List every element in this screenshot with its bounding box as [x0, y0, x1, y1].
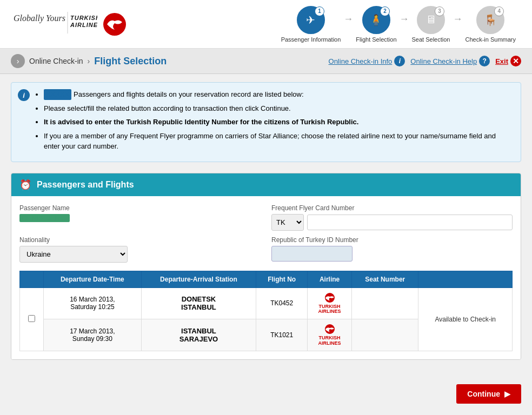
info-text-4: If you are a member of any Frequent Flye… — [44, 132, 496, 151]
exit-link[interactable]: Exit ✕ — [495, 56, 521, 66]
ff-card-input[interactable] — [307, 215, 513, 230]
step-3-label: Seat Selection — [412, 36, 450, 43]
svg-text:AIRLINES: AIRLINES — [70, 22, 97, 28]
col-seat: Seat Number — [351, 271, 418, 287]
nationality-select[interactable]: Ukraine Turkey Germany Russia USA — [19, 246, 128, 263]
passenger-name-col: Passenger Name DENIS DENI... — [19, 204, 261, 231]
flight-1-stations: DONETSK ISTANBUL — [141, 287, 256, 319]
main-content: i XXXXX Passengers and flights details o… — [0, 74, 532, 379]
nationality-label: Nationality — [19, 236, 261, 244]
header: Globally Yours TURKISH AIRLINES ✈ 1 Pass… — [0, 0, 532, 49]
step-connector-2: → — [397, 14, 412, 25]
ta-text-1: TURKISHAIRLINES — [318, 304, 341, 315]
flight-2-date: 17 March 2013, Sunday 09:30 — [44, 319, 141, 351]
exit-icon: ✕ — [510, 56, 521, 66]
republic-id-input[interactable] — [271, 246, 353, 262]
passenger-name-value: DENIS DENI... — [19, 214, 70, 222]
col-flight-no: Flight No — [256, 271, 308, 287]
col-airline: Airline — [308, 271, 352, 287]
nav-links: Online Check-in Info i Online Check-in H… — [329, 56, 521, 66]
step-2-number: 2 — [380, 6, 390, 16]
flight-2-airline: TURKISHAIRLINES — [308, 319, 352, 351]
pf-header-title: Passengers and Flights — [37, 180, 134, 190]
info-item-3: It is advised to enter the Turkish Repub… — [44, 117, 513, 128]
info-icon: i — [394, 56, 405, 66]
logo-area: Globally Yours TURKISH AIRLINES — [11, 9, 127, 39]
step-2-label: Flight Selection — [356, 36, 396, 43]
help-icon: ? — [479, 56, 490, 66]
info-text-2: Please select/fill the related button ac… — [44, 104, 291, 112]
info-list: XXXXX Passengers and flights details on … — [36, 89, 513, 152]
info-item-2: Please select/fill the related button ac… — [44, 103, 513, 114]
flight-1-seat — [351, 287, 418, 319]
info-box: i XXXXX Passengers and flights details o… — [11, 82, 521, 162]
step-connector-1: → — [341, 14, 356, 25]
breadcrumb-base[interactable]: Online Check-in — [29, 57, 83, 65]
ff-card-label: Frequent Flyer Card Number — [271, 204, 513, 212]
footer-bar: Continue ▶ — [0, 379, 532, 414]
svg-text:Globally Yours: Globally Yours — [14, 14, 65, 23]
table-header-row: Departure Date-Time Departure-Arrival St… — [20, 271, 513, 287]
online-checkin-info-link[interactable]: Online Check-in Info i — [329, 56, 405, 66]
continue-button[interactable]: Continue ▶ — [456, 384, 521, 404]
breadcrumb: › Online Check-in › Flight Selection — [11, 54, 167, 68]
pf-header: ⏰ Passengers and Flights — [11, 173, 521, 196]
passenger-name-label: Passenger Name — [19, 204, 261, 212]
breadcrumb-current: Flight Selection — [94, 56, 167, 67]
arrow-3: → — [453, 14, 462, 25]
available-to-checkin: Available to Check-in — [435, 316, 496, 323]
ta-bird-logo-2 — [319, 324, 341, 334]
col-departure-date: Departure Date-Time — [44, 271, 141, 287]
info-box-icon: i — [18, 89, 30, 101]
ff-airline-select[interactable]: TK LH UA OS SQ — [271, 214, 304, 231]
nationality-col: Nationality Ukraine Turkey Germany Russi… — [19, 236, 261, 263]
ta-bird-logo-1 — [319, 292, 341, 303]
progress-bar: ✈ 1 Passenger Information → 🧍 2 Flight S… — [281, 6, 521, 43]
arrow-1: → — [343, 14, 353, 25]
form-row-1: Passenger Name DENIS DENI... Frequent Fl… — [19, 204, 513, 231]
passengers-flights-section: ⏰ Passengers and Flights Passenger Name … — [11, 173, 521, 360]
flight-checkbox[interactable] — [28, 315, 35, 322]
info-text-3: It is advised to enter the Turkish Repub… — [44, 118, 358, 126]
col-checkbox — [20, 271, 44, 287]
ta-bird-logo — [103, 12, 127, 36]
step-3-number: 3 — [435, 6, 444, 16]
flight-2-airline-logo: TURKISHAIRLINES — [313, 324, 346, 346]
ff-card-col: Frequent Flyer Card Number TK LH UA OS S… — [271, 204, 513, 231]
flight-2-stations: ISTANBUL SARAJEVO — [141, 319, 256, 351]
step-3-icon: 🖥 — [425, 14, 436, 26]
flight-2-seat — [351, 319, 418, 351]
info-text-1: Passengers and flights details on your r… — [74, 90, 304, 98]
breadcrumb-icon: › — [11, 54, 25, 68]
arrow-2: → — [400, 14, 409, 25]
step-3: 🖥 3 Seat Selection — [412, 6, 450, 43]
top-nav: › Online Check-in › Flight Selection Onl… — [0, 49, 532, 74]
step-connector-3: → — [450, 14, 465, 25]
flight-checkbox-cell[interactable] — [20, 287, 44, 351]
info-item-4: If you are a member of any Frequent Flye… — [44, 131, 513, 152]
exit-label: Exit — [495, 57, 508, 65]
step-4: 🪑 4 Check-in Summary — [465, 6, 516, 43]
step-2-icon: 🧍 — [369, 14, 383, 26]
table-row: 16 March 2013, Saturday 10:25 DONETSK IS… — [20, 287, 513, 319]
flights-tbody: 16 March 2013, Saturday 10:25 DONETSK IS… — [20, 287, 513, 351]
republic-id-col: Republic of Turkey ID Number — [271, 236, 513, 263]
flight-2-no: TK1021 — [256, 319, 308, 351]
republic-id-label: Republic of Turkey ID Number — [271, 236, 513, 244]
continue-arrow-icon: ▶ — [504, 390, 510, 398]
flight-1-airline: TURKISHAIRLINES — [308, 287, 352, 319]
step-1-number: 1 — [315, 6, 324, 16]
online-checkin-help-link[interactable]: Online Check-in Help ? — [410, 56, 490, 66]
step-4-number: 4 — [494, 6, 504, 16]
step-4-icon: 🪑 — [484, 14, 497, 26]
flights-table: Departure Date-Time Departure-Arrival St… — [19, 271, 513, 352]
ta-text-2: TURKISHAIRLINES — [318, 336, 341, 346]
info-item-1: XXXXX Passengers and flights details on … — [44, 89, 513, 100]
flight-status-cell: Available to Check-in — [418, 287, 513, 351]
step-1-circle: ✈ 1 — [297, 6, 325, 34]
flight-1-no: TK0452 — [256, 287, 308, 319]
col-status — [418, 271, 513, 287]
continue-label: Continue — [467, 390, 500, 398]
step-2-circle: 🧍 2 — [362, 6, 390, 34]
ff-row: TK LH UA OS SQ — [271, 214, 513, 231]
